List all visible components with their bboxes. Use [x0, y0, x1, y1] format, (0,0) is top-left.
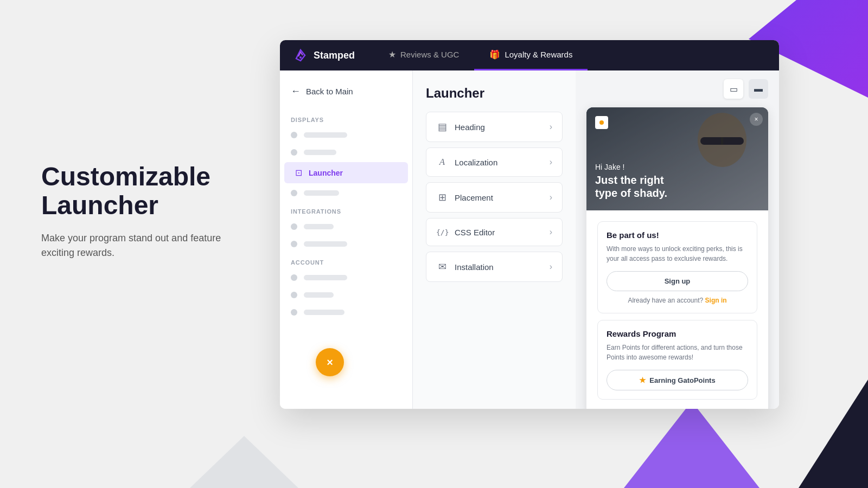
- chevron-right-icon: ›: [550, 227, 552, 237]
- sidebar-placeholder-bar: [304, 241, 347, 247]
- widget-rewards-card: Rewards Program Earn Points for differen…: [597, 320, 757, 400]
- svg-point-0: [299, 56, 302, 59]
- sidebar-section-account: ACCOUNT: [280, 253, 412, 269]
- device-bar: ▭ ▬: [586, 79, 768, 99]
- nav-tab-reviews[interactable]: ★ Reviews & UGC: [373, 40, 474, 70]
- sidebar-row: [280, 269, 412, 286]
- widget-signin-text: Already have an account? Sign in: [607, 297, 748, 304]
- widget-greeting: Hi Jake !: [595, 163, 667, 171]
- launcher-icon: ⊡: [295, 168, 302, 178]
- sidebar-row: [280, 184, 412, 202]
- widget-body: Be part of us! With more ways to unlock …: [586, 210, 768, 409]
- nav-tab-reviews-label: Reviews & UGC: [400, 50, 459, 59]
- sidebar-placeholder-bar: [304, 150, 336, 155]
- menu-item-css-editor[interactable]: {/} CSS Editor ›: [426, 218, 563, 246]
- sidebar-section-displays: DISPLAYS: [280, 110, 412, 126]
- sidebar-row: [280, 286, 412, 304]
- sidebar: ← Back to Main DISPLAYS ⊡ Launcher: [280, 70, 413, 409]
- nav-logo: Stamped: [280, 48, 368, 63]
- sidebar-row: [280, 304, 412, 321]
- menu-item-placement-label: Placement: [455, 193, 493, 202]
- sidebar-dot: [291, 309, 297, 316]
- sidebar-placeholder-bar: [304, 292, 334, 298]
- menu-item-placement[interactable]: ⊞ Placement ›: [426, 182, 563, 213]
- nav-tabs: ★ Reviews & UGC 🎁 Loyalty & Rewards: [373, 40, 588, 70]
- localization-icon: A: [436, 157, 448, 168]
- desktop-device-button[interactable]: ▬: [749, 79, 768, 99]
- sidebar-dot: [291, 292, 297, 298]
- sidebar-launcher-label: Launcher: [309, 169, 343, 177]
- nav-tab-loyalty-label: Loyalty & Rewards: [505, 50, 572, 59]
- brand-icon: [595, 116, 608, 129]
- star-icon: ★: [639, 376, 646, 384]
- chevron-right-icon: ›: [550, 262, 552, 272]
- widget-rewards-title: Rewards Program: [607, 329, 748, 338]
- sidebar-dot: [291, 190, 297, 196]
- chevron-right-icon: ›: [550, 192, 552, 202]
- sidebar-section-integrations: INTEGRATIONS: [280, 202, 412, 218]
- brand-dot: [599, 120, 604, 125]
- star-icon: ★: [388, 49, 396, 60]
- widget-close-button[interactable]: ×: [750, 113, 763, 126]
- back-button[interactable]: ← Back to Main: [280, 79, 412, 104]
- bg-decoration-bottom-mid: [624, 401, 760, 488]
- earning-button[interactable]: ★ Earning GatoPoints: [607, 370, 748, 390]
- sidebar-row: [280, 144, 412, 161]
- hero-text: Customizable Launcher Make your program …: [41, 163, 253, 260]
- menu-item-installation-label: Installation: [455, 262, 494, 272]
- stamped-logo-icon: [293, 48, 308, 63]
- top-nav: Stamped ★ Reviews & UGC 🎁 Loyalty & Rewa…: [280, 40, 779, 70]
- widget-card-title: Be part of us!: [607, 230, 748, 240]
- sidebar-row: [280, 126, 412, 144]
- widget-hero-brand: [595, 116, 608, 129]
- nav-tab-loyalty[interactable]: 🎁 Loyalty & Rewards: [474, 40, 588, 70]
- earning-button-label: Earning GatoPoints: [649, 376, 715, 384]
- mobile-icon: ▭: [730, 84, 738, 94]
- widget-signup-card: Be part of us! With more ways to unlock …: [597, 221, 757, 313]
- back-button-label: Back to Main: [306, 87, 353, 96]
- sidebar-dot: [291, 149, 297, 156]
- sidebar-placeholder-bar: [304, 310, 344, 315]
- widget-headline: Just the righttype of shady.: [595, 174, 667, 200]
- hero-heading: Customizable Launcher: [41, 163, 253, 220]
- chevron-right-icon: ›: [550, 157, 552, 167]
- mobile-device-button[interactable]: ▭: [724, 79, 743, 99]
- placement-icon: ⊞: [436, 191, 448, 203]
- bg-decoration-bottom-left: [190, 423, 298, 488]
- sidebar-dot: [291, 241, 297, 247]
- sidebar-dot: [291, 223, 297, 230]
- main-content: ← Back to Main DISPLAYS ⊡ Launcher: [280, 70, 779, 409]
- nav-logo-text: Stamped: [314, 50, 355, 61]
- menu-item-localization-label: Localization: [455, 158, 497, 167]
- gift-icon: 🎁: [489, 49, 500, 60]
- signin-link[interactable]: Sign in: [705, 297, 727, 304]
- center-panel: Launcher ▤ Heading › A Localization › ⊞ …: [413, 70, 576, 409]
- sidebar-item-launcher[interactable]: ⊡ Launcher: [284, 162, 408, 183]
- menu-item-installation[interactable]: ✉ Installation ›: [426, 252, 563, 282]
- right-preview-panel: ▭ ▬: [576, 70, 779, 409]
- widget-hero-text: Hi Jake ! Just the righttype of shady.: [595, 163, 667, 200]
- menu-item-css-label: CSS Editor: [455, 228, 495, 237]
- widget-card-description: With more ways to unlock exciting perks,…: [607, 244, 748, 264]
- css-editor-icon: {/}: [436, 228, 448, 236]
- chevron-right-icon: ›: [550, 122, 552, 132]
- sidebar-placeholder-bar: [304, 224, 334, 229]
- sidebar-row: [280, 235, 412, 253]
- widget-rewards-description: Earn Points for different actions, and t…: [607, 343, 748, 362]
- heading-icon: ▤: [436, 121, 448, 133]
- app-window: Stamped ★ Reviews & UGC 🎁 Loyalty & Rewa…: [280, 40, 779, 409]
- menu-item-localization[interactable]: A Localization ›: [426, 147, 563, 177]
- sidebar-dot: [291, 132, 297, 138]
- hero-description: Make your program stand out and feature …: [41, 231, 253, 260]
- sidebar-placeholder-bar: [304, 132, 347, 138]
- desktop-icon: ▬: [754, 84, 763, 94]
- sidebar-dot: [291, 274, 297, 281]
- sidebar-row: [280, 218, 412, 235]
- signup-button[interactable]: Sign up: [607, 271, 748, 291]
- back-arrow-icon: ←: [291, 86, 301, 97]
- widget-preview: × Hi Jake ! Just the righttype of shady.: [586, 107, 768, 409]
- menu-item-heading[interactable]: ▤ Heading ›: [426, 112, 563, 142]
- widget-hero: × Hi Jake ! Just the righttype of shady.: [586, 107, 768, 210]
- menu-item-heading-label: Heading: [455, 123, 485, 132]
- sidebar-placeholder-bar: [304, 190, 339, 196]
